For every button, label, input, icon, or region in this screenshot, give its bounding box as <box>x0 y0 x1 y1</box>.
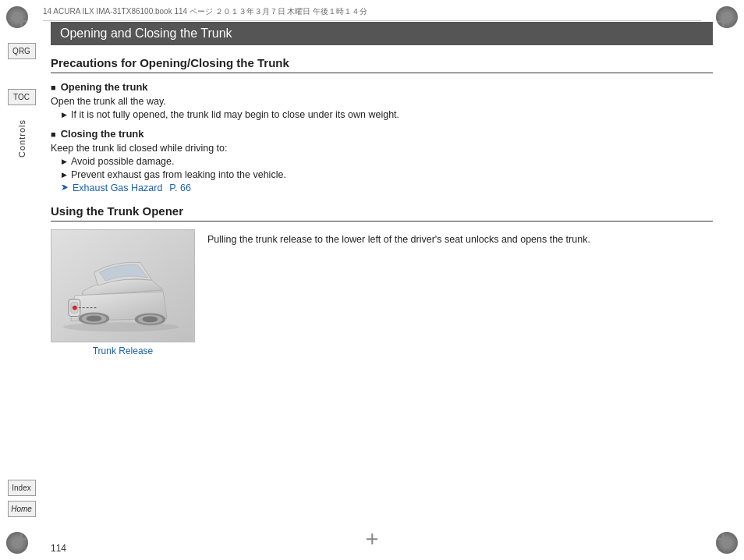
link-text: Exhaust Gas Hazard <box>73 183 162 193</box>
exhaust-gas-link[interactable]: Exhaust Gas Hazard P. 66 <box>62 183 713 193</box>
controls-label: Controls <box>17 119 27 158</box>
trunk-opener-title-bar: Using the Trunk Opener <box>51 204 713 222</box>
svg-point-6 <box>143 316 158 322</box>
trunk-release-label: Trunk Release <box>51 346 195 356</box>
home-button[interactable]: Home <box>8 501 36 517</box>
precautions-title-text: Precautions for Opening/Closing the Trun… <box>51 56 289 69</box>
page-number: 114 <box>51 543 66 554</box>
car-illustration <box>51 230 194 342</box>
car-image-box: Trunk Release <box>51 229 195 356</box>
svg-point-9 <box>73 306 77 310</box>
page-title: Opening and Closing the Trunk <box>60 27 232 40</box>
trunk-opener-section: Using the Trunk Opener <box>51 204 713 356</box>
top-metadata: 14 ACURA ILX IMA-31TX86100.book 114 ページ … <box>43 6 701 21</box>
metadata-text: 14 ACURA ILX IMA-31TX86100.book 114 ページ … <box>43 6 367 17</box>
closing-bullet-1-text: Avoid possible damage. <box>71 156 175 167</box>
closing-bullet-2-text: Prevent exhaust gas from leaking into th… <box>71 169 286 180</box>
trunk-description: Pulling the trunk release to the lower l… <box>207 229 713 356</box>
closing-title-text: Closing the trunk <box>61 128 144 140</box>
closing-trunk-title: Closing the trunk <box>51 128 713 140</box>
svg-point-11 <box>63 322 179 331</box>
trunk-content: Trunk Release Pulling the trunk release … <box>51 229 713 356</box>
opening-title-text: Opening the trunk <box>61 81 148 93</box>
precautions-title: Precautions for Opening/Closing the Trun… <box>51 56 713 73</box>
opening-bullet: If it is not fully opened, the trunk lid… <box>62 109 713 120</box>
precautions-section: Precautions for Opening/Closing the Trun… <box>51 56 713 193</box>
closing-bullet-2: Prevent exhaust gas from leaking into th… <box>62 169 713 180</box>
closing-body: Keep the trunk lid closed while driving … <box>51 143 713 154</box>
left-sidebar: QRG TOC Controls Index Home <box>0 0 43 560</box>
trunk-opener-title-text: Using the Trunk Opener <box>51 204 183 218</box>
link-page: P. 66 <box>169 183 191 193</box>
sidebar-bottom: Index Home <box>0 480 43 517</box>
car-image <box>51 229 195 342</box>
index-button[interactable]: Index <box>8 480 36 496</box>
page-title-bar: Opening and Closing the Trunk <box>51 22 713 45</box>
opening-body: Open the trunk all the way. <box>51 96 713 107</box>
toc-button[interactable]: TOC <box>8 89 36 105</box>
qrg-button[interactable]: QRG <box>8 43 36 59</box>
opening-bullet-text: If it is not fully opened, the trunk lid… <box>71 109 399 120</box>
svg-point-3 <box>87 315 102 321</box>
main-content: Opening and Closing the Trunk Precaution… <box>43 22 721 537</box>
closing-bullet-1: Avoid possible damage. <box>62 156 713 167</box>
opening-trunk-title: Opening the trunk <box>51 81 713 93</box>
